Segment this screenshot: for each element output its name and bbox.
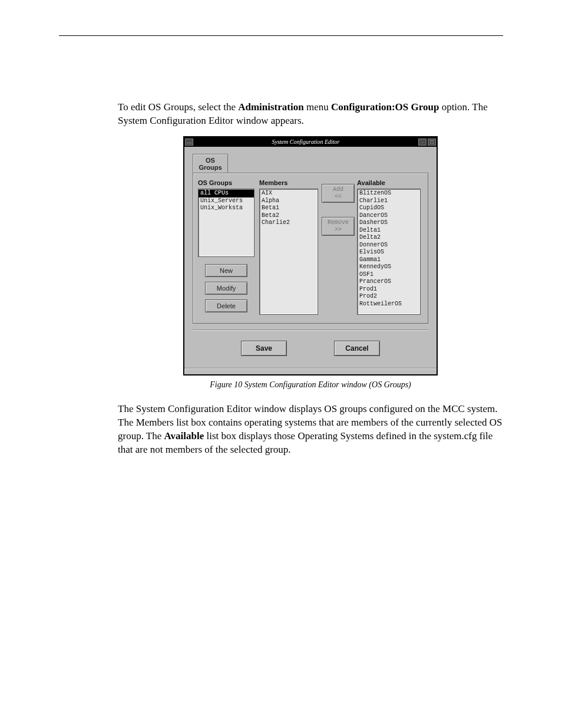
bold-available: Available	[164, 430, 204, 442]
remove-button[interactable]: Remove >>	[322, 217, 355, 236]
list-item[interactable]: Charlie2	[260, 219, 318, 227]
new-button[interactable]: New	[205, 264, 247, 277]
list-item[interactable]: DasherOS	[358, 219, 420, 227]
list-item[interactable]: BlitzenOS	[358, 190, 420, 197]
list-item[interactable]: RottweilerOS	[358, 301, 420, 308]
list-item[interactable]: Charlie1	[358, 197, 420, 205]
list-item[interactable]: Unix_Worksta	[199, 205, 254, 212]
list-item[interactable]: ElvisOS	[358, 249, 420, 256]
add-button[interactable]: Add <<	[322, 184, 355, 203]
list-item[interactable]: OSF1	[358, 271, 420, 279]
figure-caption: Figure 10 System Configuration Editor wi…	[59, 380, 503, 390]
list-item[interactable]: KennedyOS	[358, 263, 420, 271]
text: To edit OS Groups, select the	[118, 101, 238, 113]
remove-arrows: >>	[322, 226, 354, 233]
os-groups-panel: OS Groups all CPUsUnix_ServersUnix_Works…	[193, 173, 428, 324]
list-item[interactable]: Prod2	[358, 293, 420, 301]
window-title: System Configuration Editor	[194, 139, 418, 145]
list-item[interactable]: DonnerOS	[358, 242, 420, 249]
window-menu-icon[interactable]: —	[185, 139, 193, 146]
delete-button[interactable]: Delete	[205, 299, 247, 312]
description-paragraph: The System Configuration Editor window d…	[59, 403, 503, 457]
header-available: Available	[357, 179, 421, 186]
bold-config-osgroup: Configuration:OS Group	[331, 101, 439, 113]
add-arrows: <<	[322, 193, 354, 200]
list-item[interactable]: Unix_Servers	[199, 197, 254, 205]
window-status-strip	[184, 368, 437, 374]
os-groups-listbox[interactable]: all CPUsUnix_ServersUnix_Worksta	[198, 189, 254, 257]
list-item[interactable]: Gamma1	[358, 256, 420, 264]
list-item[interactable]: DancerOS	[358, 212, 420, 220]
tab-line2: Groups	[196, 164, 225, 171]
maximize-icon[interactable]: □	[428, 139, 436, 146]
list-item[interactable]: AIX	[260, 190, 318, 197]
modify-button[interactable]: Modify	[205, 282, 247, 295]
header-members: Members	[259, 179, 318, 186]
bold-administration: Administration	[238, 101, 303, 113]
list-item[interactable]: CupidOS	[358, 205, 420, 212]
list-item[interactable]: all CPUs	[199, 190, 254, 197]
list-item[interactable]: Prod1	[358, 286, 420, 294]
intro-paragraph: To edit OS Groups, select the Administra…	[59, 101, 503, 128]
header-os-groups: OS Groups	[198, 179, 256, 186]
list-item[interactable]: Beta1	[260, 205, 318, 212]
system-config-editor-window: — System Configuration Editor · □ OS Gro…	[183, 136, 438, 375]
tab-os-groups[interactable]: OS Groups	[193, 154, 228, 173]
add-label: Add	[322, 186, 354, 193]
save-button[interactable]: Save	[241, 341, 287, 356]
available-listbox[interactable]: BlitzenOSCharlie1CupidOSDancerOSDasherOS…	[357, 189, 421, 315]
cancel-button[interactable]: Cancel	[334, 341, 380, 356]
page-top-rule	[59, 35, 503, 36]
tab-line1: OS	[196, 157, 225, 164]
list-item[interactable]: Alpha	[260, 197, 318, 205]
list-item[interactable]: Delta1	[358, 227, 420, 235]
text: menu	[304, 101, 331, 113]
window-titlebar[interactable]: — System Configuration Editor · □	[184, 137, 437, 147]
members-listbox[interactable]: AIXAlphaBeta1Beta2Charlie2	[259, 189, 318, 315]
list-item[interactable]: Delta2	[358, 234, 420, 242]
minimize-icon[interactable]: ·	[418, 139, 427, 146]
available-scrollbar[interactable]	[422, 179, 428, 305]
list-item[interactable]: PrancerOS	[358, 278, 420, 286]
remove-label: Remove	[322, 219, 354, 226]
list-item[interactable]: Beta2	[260, 212, 318, 220]
